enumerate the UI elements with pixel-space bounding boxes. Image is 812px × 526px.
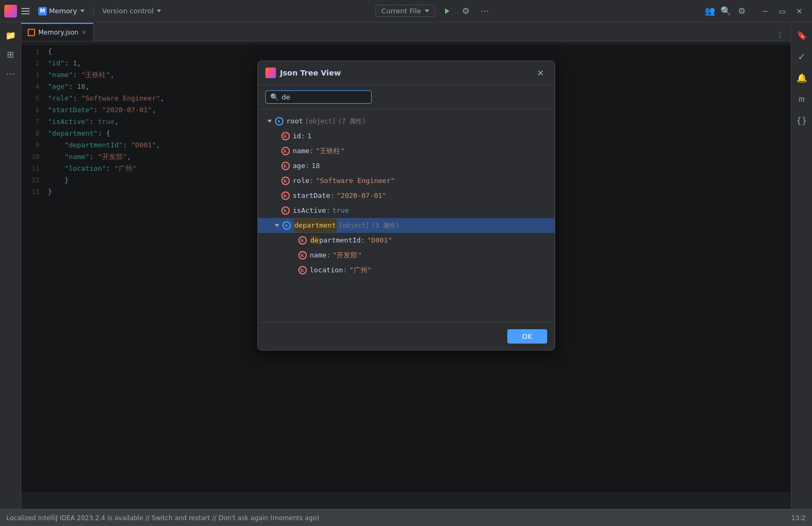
tree-count-department: (3 属性) [372, 219, 400, 232]
dialog-search-field-wrapper[interactable]: 🔍 [265, 90, 372, 104]
dialog-search-area: 🔍 [258, 85, 555, 110]
search-icon: 🔍 [270, 93, 279, 101]
window-controls: ─ ▭ ✕ [757, 3, 808, 20]
sidebar-bracket-button[interactable]: {} [793, 112, 810, 129]
tree-node-age[interactable]: K age : 18 [258, 158, 555, 173]
current-file-selector[interactable]: Current File [375, 5, 435, 17]
dialog-title: Json Tree View [280, 69, 530, 77]
tab-close-button[interactable]: ✕ [81, 30, 86, 36]
editor-tabs: Memory.json ✕ ⋮ [21, 22, 791, 41]
tree-val-departmentid: "D001" [367, 233, 392, 247]
ok-button[interactable]: OK [507, 329, 547, 344]
minimize-button[interactable]: ─ [757, 3, 774, 20]
tree-key-name: name [293, 144, 309, 158]
tree-key-location: location [310, 263, 344, 277]
sidebar-m-button[interactable]: m [793, 90, 810, 107]
more-options-button[interactable]: ⋯ [478, 4, 492, 19]
project-name: Memory [49, 7, 77, 15]
sidebar-more-button[interactable]: ⋯ [2, 65, 19, 82]
node-icon-name: K [281, 147, 290, 155]
node-icon-department: ● [282, 221, 291, 230]
dialog-titlebar: Json Tree View ✕ [258, 61, 555, 85]
tab-label: Memory.json [38, 29, 78, 36]
statusbar: Localized IntelliJ IDEA 2023.2.4 is avai… [0, 509, 812, 526]
tree-node-id[interactable]: K id : 1 [258, 129, 555, 144]
tab-file-icon [28, 29, 35, 36]
titlebar-divider [93, 6, 94, 16]
tree-type-department: [object] [339, 219, 370, 232]
tree-node-departmentid[interactable]: K departmentId : "D001" [258, 233, 555, 248]
left-sidebar: 📁 ⊞ ⋯ [0, 22, 21, 509]
tree-key-department: department [294, 219, 337, 232]
project-selector[interactable]: M Memory [34, 5, 89, 17]
tree-val-name: "王铁柱" [316, 144, 345, 158]
tabs-actions: ⋮ [774, 28, 791, 41]
vcs-label: Version control [102, 7, 154, 15]
json-tree[interactable]: ● root [object] (7 属性) K id : 1 [258, 110, 555, 322]
collab-button[interactable]: 👥 [702, 4, 717, 19]
close-button[interactable]: ✕ [791, 3, 808, 20]
run-icon [442, 6, 451, 16]
tree-key-startdate: startDate [293, 189, 330, 203]
statusbar-message: Localized IntelliJ IDEA 2023.2.4 is avai… [6, 514, 787, 522]
dialog-search-input[interactable] [282, 93, 356, 101]
tree-key-id: id [293, 129, 302, 143]
tree-key-dept-name: name [310, 248, 327, 262]
tree-key-role: role [293, 174, 309, 188]
maximize-button[interactable]: ▭ [774, 3, 791, 20]
sidebar-structure-button[interactable]: ⊞ [2, 46, 19, 63]
node-icon-location: K [298, 266, 307, 274]
tabs-more-button[interactable]: ⋮ [774, 28, 786, 41]
json-tree-dialog: Json Tree View ✕ 🔍 ● root [257, 61, 555, 350]
hamburger-menu-button[interactable] [20, 6, 31, 16]
node-icon-age: K [281, 162, 290, 170]
tree-key-departmentid: departmentId [310, 233, 361, 247]
tree-node-role[interactable]: K role : "Software Engineer" [258, 173, 555, 188]
sidebar-notifications-button[interactable]: 🔔 [793, 69, 810, 86]
tree-val-isactive: true [332, 204, 349, 218]
tree-node-department[interactable]: ● department [object] (3 属性) [258, 218, 555, 233]
sidebar-folder-button[interactable]: 📁 [2, 27, 19, 44]
app-logo [4, 5, 17, 18]
dialog-footer: OK [258, 322, 555, 350]
sidebar-check-button[interactable]: ✓ [793, 48, 810, 65]
tree-node-name[interactable]: K name : "王铁柱" [258, 144, 555, 158]
vcs-selector[interactable]: Version control [98, 5, 165, 16]
editor-area: Memory.json ✕ ⋮ 1 { 2 "id": 1, 3 "name":… [21, 22, 791, 509]
tree-node-location[interactable]: K location : "广州" [258, 263, 555, 278]
tree-count-root: (7 属性) [338, 114, 366, 128]
tree-key-age: age [293, 159, 305, 173]
debug-button[interactable]: ⚙ [458, 4, 473, 19]
settings-button[interactable]: ⚙ [734, 4, 749, 19]
search-button[interactable]: 🔍 [718, 4, 733, 19]
right-sidebar: 🔖 ✓ 🔔 m {} [791, 22, 812, 509]
dialog-close-button[interactable]: ✕ [534, 66, 547, 79]
node-icon-startdate: K [281, 191, 290, 200]
tree-chevron-root [265, 117, 274, 126]
titlebar-center: Current File ⚙ ⋯ [169, 4, 699, 19]
vcs-chevron-icon [157, 10, 161, 12]
sidebar-bookmark-button[interactable]: 🔖 [793, 27, 810, 44]
tree-node-startdate[interactable]: K startDate : "2020-07-01" [258, 188, 555, 203]
tree-val-role: "Software Engineer" [316, 174, 395, 188]
node-icon-role: K [281, 177, 290, 185]
tree-node-isactive[interactable]: K isActive : true [258, 203, 555, 218]
tree-val-id: 1 [307, 129, 312, 143]
titlebar: M Memory Version control Current File ⚙ … [0, 0, 812, 22]
run-button[interactable] [439, 4, 454, 19]
project-icon: M [38, 7, 47, 15]
tree-node-root[interactable]: ● root [object] (7 属性) [258, 114, 555, 129]
node-icon-isactive: K [281, 206, 290, 215]
tree-val-dept-name: "开发部" [333, 248, 362, 262]
editor-tab-memory-json[interactable]: Memory.json ✕ [21, 23, 94, 41]
dialog-overlay: Json Tree View ✕ 🔍 ● root [21, 45, 791, 492]
current-file-chevron-icon [425, 10, 429, 12]
current-file-label: Current File [381, 7, 421, 15]
tree-node-dept-name[interactable]: K name : "开发部" [258, 248, 555, 263]
main-area: 📁 ⊞ ⋯ Memory.json ✕ ⋮ 1 { 2 "id": 1, [0, 22, 812, 509]
project-chevron-icon [80, 10, 85, 12]
dialog-title-icon [265, 68, 276, 78]
node-icon-id: K [281, 132, 290, 140]
tree-key-isactive: isActive [293, 204, 327, 218]
tree-key-root: root [287, 114, 303, 128]
